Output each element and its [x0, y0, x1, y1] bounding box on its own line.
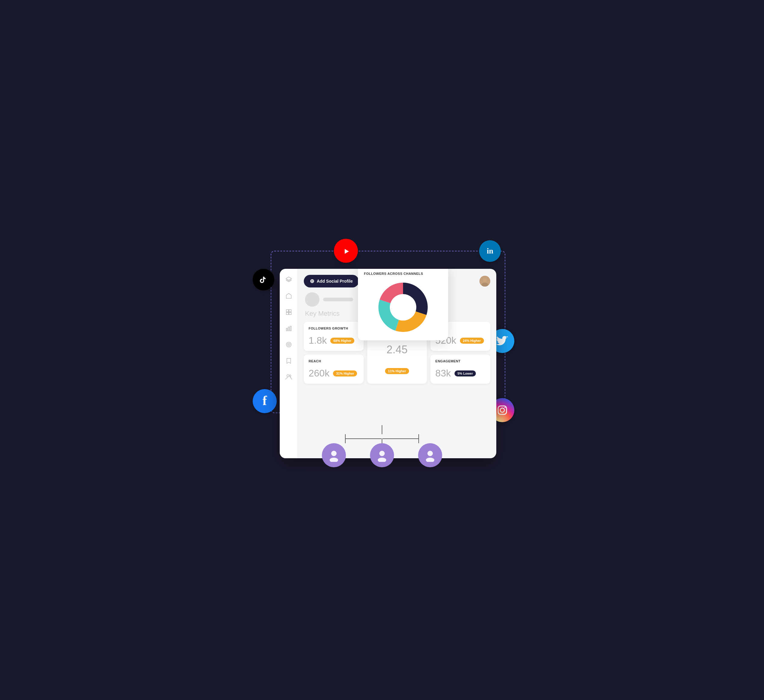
- sidebar-icon-layers[interactable]: [284, 275, 294, 284]
- svg-point-23: [479, 276, 490, 287]
- sidebar-icon-users[interactable]: [284, 372, 294, 382]
- badge-center-avg-engagement: 11% Higher: [372, 368, 422, 374]
- donut-chart-container: [364, 280, 442, 334]
- add-social-profile-button[interactable]: ⊕ Add Social Profile: [304, 275, 359, 288]
- sidebar-icon-bookmark[interactable]: [284, 356, 294, 366]
- svg-point-1: [500, 408, 504, 412]
- svg-point-14: [286, 375, 289, 377]
- youtube-icon[interactable]: [334, 239, 358, 263]
- badge-reach: 31% Higher: [333, 370, 357, 377]
- svg-rect-8: [286, 328, 287, 331]
- svg-point-2: [504, 407, 506, 408]
- metric-card-reach: REACH 260k 31% Higher: [304, 355, 364, 384]
- badge-posts: 24% Higher: [460, 338, 484, 344]
- metric-card-engagement: ENGAGEMENT 83k 5% Lower: [431, 355, 490, 384]
- metric-value-reach: 260k 31% Higher: [308, 368, 359, 379]
- svg-point-13: [288, 344, 289, 345]
- svg-point-20: [395, 299, 411, 316]
- connector-horizontal: [345, 434, 419, 443]
- svg-point-29: [426, 458, 434, 462]
- linkedin-icon[interactable]: in: [479, 240, 501, 262]
- metric-value-followers-growth: 1.8k 68% Higher: [308, 335, 359, 346]
- metric-title-followers-growth: FOLLOWERS GROWTH: [308, 327, 359, 330]
- svg-point-24: [331, 451, 337, 456]
- svg-point-25: [330, 458, 338, 462]
- add-profile-label: Add Social Profile: [317, 279, 353, 284]
- sidebar-icon-grid[interactable]: [284, 307, 294, 317]
- user-avatar[interactable]: [479, 276, 490, 287]
- persona-icon-2: [370, 443, 394, 467]
- followers-card-title: FOLLOWERS ACROSS CHANNELS: [364, 272, 442, 275]
- svg-point-15: [289, 375, 291, 377]
- svg-rect-6: [286, 312, 288, 314]
- badge-avg-engagement: 11% Higher: [385, 368, 409, 374]
- sidebar-icon-home[interactable]: [284, 291, 294, 301]
- metric-title-engagement: ENGAGEMENT: [435, 359, 485, 363]
- add-icon: ⊕: [310, 278, 314, 284]
- connector-h-line-right: [382, 438, 418, 439]
- profile-avatar-placeholder: [305, 292, 319, 307]
- svg-rect-5: [289, 310, 291, 312]
- metric-title-reach: REACH: [308, 359, 359, 363]
- metric-value-engagement: 83k 5% Lower: [435, 368, 485, 379]
- svg-point-26: [379, 451, 385, 456]
- persona-icon-1: [322, 443, 346, 467]
- svg-rect-10: [290, 326, 291, 331]
- connector-v-right: [418, 434, 419, 443]
- facebook-icon[interactable]: f: [253, 389, 277, 413]
- badge-engagement: 5% Lower: [454, 370, 476, 377]
- connector-branch: [345, 434, 419, 443]
- sidebar-icon-chart[interactable]: [284, 323, 294, 333]
- tiktok-icon[interactable]: [253, 269, 274, 291]
- svg-point-28: [427, 451, 433, 456]
- scene: in f: [247, 233, 517, 467]
- sidebar: [280, 269, 298, 458]
- personas-area: [322, 425, 442, 467]
- sidebar-icon-target[interactable]: [284, 340, 294, 349]
- connector-h-line-left: [346, 438, 382, 439]
- metric-value-avg-engagement: 2.45: [372, 344, 422, 356]
- connector-vertical-top: [382, 425, 382, 434]
- followers-card: FOLLOWERS ACROSS CHANNELS: [358, 269, 448, 341]
- personas-row: [322, 443, 442, 467]
- persona-icon-3: [418, 443, 442, 467]
- svg-rect-7: [289, 312, 291, 314]
- svg-rect-4: [286, 310, 288, 312]
- svg-point-27: [378, 458, 386, 462]
- profile-name-placeholder: [323, 298, 353, 301]
- metric-card-followers-growth: FOLLOWERS GROWTH 1.8k 68% Higher: [304, 322, 364, 351]
- donut-chart: [376, 280, 430, 334]
- connector-v-center: [382, 439, 382, 443]
- badge-followers-growth: 68% Higher: [330, 338, 354, 344]
- svg-rect-9: [288, 327, 290, 331]
